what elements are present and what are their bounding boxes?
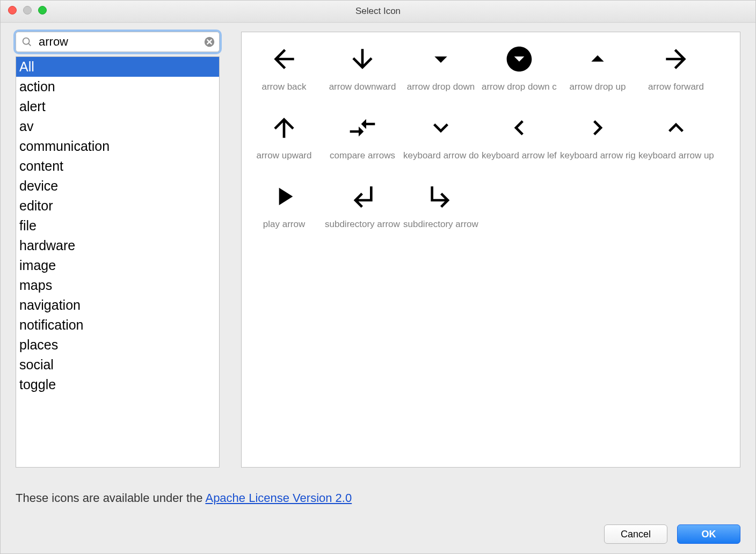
close-window-button[interactable] — [8, 6, 17, 14]
category-item[interactable]: file — [16, 216, 219, 236]
icon-cell[interactable]: play arrow — [245, 173, 323, 242]
icon-label: arrow back — [246, 82, 322, 92]
category-item[interactable]: maps — [16, 275, 219, 295]
icon-panel: arrow backarrow downwardarrow drop downa… — [241, 32, 740, 468]
icon-cell[interactable]: arrow forward — [637, 35, 715, 104]
category-item[interactable]: editor — [16, 196, 219, 216]
icon-cell[interactable]: arrow downward — [323, 35, 402, 104]
category-item[interactable]: social — [16, 355, 219, 375]
icon-grid: arrow backarrow downwardarrow drop downa… — [245, 35, 740, 242]
icon-label: arrow drop up — [560, 82, 635, 92]
icon-label: subdirectory arrow left — [325, 219, 400, 230]
dialog-body: Allactionalertavcommunicationcontentdevi… — [16, 32, 740, 468]
icon-label: keyboard arrow up — [638, 150, 714, 161]
license-link[interactable]: Apache License Version 2.0 — [205, 491, 352, 505]
icon-label: subdirectory arrow right — [403, 219, 478, 230]
left-panel: Allactionalertavcommunicationcontentdevi… — [16, 32, 220, 468]
icon-label: keyboard arrow down — [403, 150, 478, 161]
arrow-downward-icon — [345, 42, 380, 76]
icon-cell[interactable]: subdirectory arrow left — [323, 173, 402, 242]
ok-button[interactable]: OK — [677, 524, 740, 544]
window-controls — [8, 6, 47, 14]
subdirectory-arrow-left-icon — [345, 179, 380, 214]
arrow-back-icon — [267, 42, 301, 76]
arrow-upward-icon — [267, 111, 301, 145]
category-item[interactable]: hardware — [16, 236, 219, 256]
window-title: Select Icon — [355, 6, 401, 17]
category-item[interactable]: toggle — [16, 375, 219, 395]
icon-cell[interactable]: keyboard arrow up — [637, 104, 715, 173]
compare-arrows-icon — [345, 111, 380, 145]
dialog-buttons: Cancel OK — [16, 524, 740, 544]
keyboard-arrow-up-icon — [659, 111, 693, 145]
cancel-button[interactable]: Cancel — [604, 524, 667, 544]
subdirectory-arrow-right-icon — [424, 179, 458, 214]
category-item[interactable]: notification — [16, 315, 219, 335]
search-input[interactable] — [16, 32, 220, 52]
category-item[interactable]: action — [16, 77, 219, 97]
titlebar: Select Icon — [1, 1, 755, 23]
category-item[interactable]: alert — [16, 97, 219, 116]
search-field-wrap — [16, 32, 220, 52]
category-item[interactable]: places — [16, 335, 219, 355]
icon-cell[interactable]: arrow drop down circle — [480, 35, 558, 104]
play-arrow-icon — [267, 179, 301, 214]
icon-cell[interactable]: keyboard arrow right — [558, 104, 637, 173]
category-item[interactable]: av — [16, 116, 219, 136]
category-item[interactable]: image — [16, 256, 219, 275]
icon-cell[interactable]: keyboard arrow down — [402, 104, 480, 173]
minimize-window-button[interactable] — [23, 6, 32, 14]
footer: These icons are available under the Apac… — [16, 491, 740, 544]
license-text: These icons are available under the Apac… — [16, 491, 740, 505]
icon-label: arrow downward — [325, 82, 400, 92]
icon-cell[interactable]: arrow back — [245, 35, 323, 104]
keyboard-arrow-right-icon — [580, 111, 615, 145]
icon-label: compare arrows — [325, 150, 400, 161]
arrow-drop-up-icon — [580, 42, 615, 76]
icon-label: keyboard arrow right — [560, 150, 635, 161]
category-list[interactable]: Allactionalertavcommunicationcontentdevi… — [16, 56, 220, 468]
svg-line-1 — [28, 43, 31, 46]
arrow-drop-down-circle-icon — [502, 42, 536, 76]
dialog-window: Select Icon Allactionalertavcommunicatio… — [0, 0, 756, 554]
icon-cell[interactable]: arrow upward — [245, 104, 323, 173]
icon-cell[interactable]: compare arrows — [323, 104, 402, 173]
license-prefix: These icons are available under the — [16, 491, 205, 505]
svg-point-0 — [23, 38, 30, 45]
icon-cell[interactable]: arrow drop up — [558, 35, 637, 104]
category-item[interactable]: device — [16, 176, 219, 196]
icon-label: play arrow — [246, 219, 322, 230]
zoom-window-button[interactable] — [38, 6, 47, 14]
icon-label: arrow drop down circle — [482, 82, 557, 92]
clear-search-icon[interactable] — [203, 36, 215, 48]
icon-cell[interactable]: keyboard arrow left — [480, 104, 558, 173]
arrow-drop-down-icon — [424, 42, 458, 76]
category-item[interactable]: All — [16, 57, 219, 77]
icon-label: keyboard arrow left — [482, 150, 557, 161]
category-item[interactable]: communication — [16, 136, 219, 156]
icon-label: arrow forward — [638, 82, 714, 92]
keyboard-arrow-left-icon — [502, 111, 536, 145]
keyboard-arrow-down-icon — [424, 111, 458, 145]
icon-label: arrow drop down — [403, 82, 478, 92]
arrow-forward-icon — [659, 42, 693, 76]
category-item[interactable]: content — [16, 156, 219, 176]
search-icon — [21, 36, 33, 48]
icon-label: arrow upward — [246, 150, 322, 161]
icon-cell[interactable]: subdirectory arrow right — [402, 173, 480, 242]
category-item[interactable]: navigation — [16, 295, 219, 315]
icon-cell[interactable]: arrow drop down — [402, 35, 480, 104]
